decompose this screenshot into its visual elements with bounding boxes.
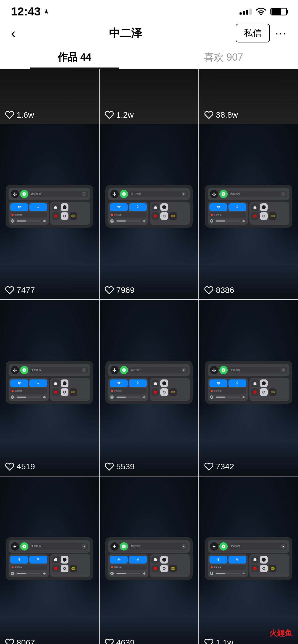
like-count: 5539 (105, 462, 135, 471)
like-count: 8067 (5, 638, 35, 644)
tabs: 作品 44 喜欢 907 (0, 45, 298, 69)
list-item[interactable]: 未在播放 (0, 476, 99, 644)
heart-icon (105, 110, 114, 120)
list-item[interactable]: 未在播放 (199, 124, 298, 299)
heart-icon (204, 285, 214, 295)
tab-works[interactable]: 作品 44 (0, 45, 149, 69)
page-title: 中二泽 (109, 26, 142, 41)
more-button[interactable]: ··· (275, 27, 287, 39)
heart-icon (105, 462, 114, 471)
like-count: 7342 (204, 462, 234, 471)
like-count: 1.2w (105, 110, 134, 120)
like-count: 1.1w (204, 638, 233, 644)
watermark: 火鲤鱼 (269, 628, 292, 638)
like-count: 7969 (105, 285, 135, 295)
heart-icon (5, 638, 14, 644)
back-button[interactable]: ‹ (11, 25, 16, 41)
heart-icon (204, 638, 214, 644)
tab-likes[interactable]: 喜欢 907 (149, 45, 298, 69)
top-partial-row: 1.6w 1.2w 38.8w (0, 69, 298, 124)
private-message-button[interactable]: 私信 (236, 24, 270, 42)
heart-icon (5, 110, 14, 120)
nav-actions: 私信 ··· (236, 24, 287, 42)
time-label: 12:43 (11, 5, 41, 18)
heart-icon (105, 285, 114, 295)
list-item[interactable]: 未在播放 (199, 476, 298, 644)
like-count: 1.6w (5, 110, 34, 120)
battery-icon (270, 8, 287, 15)
heart-icon (5, 285, 14, 295)
status-bar: 12:43 (0, 0, 298, 21)
nav-bar: ‹ 中二泽 私信 ··· (0, 21, 298, 45)
heart-icon (5, 462, 14, 471)
like-count: 4519 (5, 462, 35, 471)
list-item[interactable]: 1.6w (0, 69, 99, 124)
signal-icon (240, 9, 252, 15)
like-count: 38.8w (204, 110, 238, 120)
navigation-icon (43, 9, 49, 15)
like-count: 4639 (105, 638, 135, 644)
content-grid: 未在播放 (0, 124, 298, 644)
list-item[interactable]: 未在播放 (0, 124, 99, 299)
list-item[interactable]: 1.2w (100, 69, 198, 124)
list-item[interactable]: 未在播放 (0, 300, 99, 475)
heart-icon (204, 462, 214, 471)
heart-icon (204, 110, 214, 120)
list-item[interactable]: 未在播放 (100, 476, 198, 644)
list-item[interactable]: 未在播放 (100, 300, 198, 475)
status-time: 12:43 (11, 5, 49, 18)
status-icons (240, 8, 287, 15)
list-item[interactable]: 未在播放 (199, 300, 298, 475)
heart-icon (105, 638, 114, 644)
like-count: 8386 (204, 285, 234, 295)
list-item[interactable]: 38.8w (199, 69, 298, 124)
list-item[interactable]: 未在播放 (100, 124, 198, 299)
like-count: 7477 (5, 285, 35, 295)
wifi-icon (256, 8, 266, 15)
